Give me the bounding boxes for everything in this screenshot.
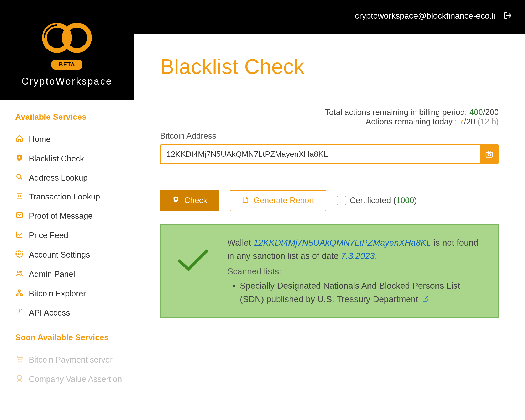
sidebar-item-label: Address Lookup — [29, 173, 88, 183]
svg-rect-17 — [17, 294, 18, 296]
svg-line-20 — [17, 293, 19, 294]
sitemap-icon — [15, 289, 24, 299]
report-button-label: Generate Report — [254, 196, 314, 205]
result-box: Wallet 12KKDt4Mj7N5UAkQMN7LtPZMayenXHa8K… — [160, 224, 499, 318]
success-check-icon — [175, 247, 212, 275]
svg-line-30 — [425, 296, 428, 299]
action-row: Check Generate Report Certificated (1000… — [160, 190, 499, 211]
svg-line-21 — [19, 293, 22, 294]
svg-point-28 — [488, 153, 491, 156]
scanned-lists-label: Scanned lists: — [227, 266, 486, 276]
sidebar-item-bitcoin-explorer[interactable]: Bitcoin Explorer — [15, 284, 127, 303]
trending-icon — [15, 230, 24, 240]
sidebar-item-label: Account Settings — [29, 250, 90, 260]
logout-icon[interactable] — [503, 11, 512, 21]
badge-icon — [15, 374, 24, 384]
svg-rect-27 — [486, 152, 493, 157]
sidebar-item-label: Price Feed — [29, 231, 68, 240]
page-title: Blacklist Check — [160, 55, 499, 79]
sidebar-item-proof-message[interactable]: Proof of Message — [15, 206, 127, 226]
quota-reset-hint: (12 h) — [475, 117, 499, 126]
quota-total-used: 400 — [469, 108, 483, 117]
search-icon — [15, 173, 24, 183]
sidebar-item-label: API Access — [29, 308, 70, 318]
scanned-list-item: Specially Designated Nationals And Block… — [240, 279, 486, 306]
scan-qr-button[interactable] — [480, 144, 499, 164]
certificated-checkbox[interactable] — [337, 196, 346, 205]
generate-report-button[interactable]: Generate Report — [230, 190, 326, 211]
logo-block: BETA CryptoWorkspace — [0, 0, 134, 100]
quota-info: Total actions remaining in billing perio… — [160, 108, 499, 127]
wallet-prefix: Wallet — [227, 238, 254, 248]
sidebar-item-blacklist[interactable]: Blacklist Check — [15, 149, 127, 169]
svg-point-26 — [18, 375, 22, 379]
sidebar-item-label: Bitcoin Explorer — [29, 289, 86, 298]
svg-point-14 — [18, 271, 20, 273]
brand-name: CryptoWorkspace — [22, 76, 112, 87]
main-content: Blacklist Check Total actions remaining … — [134, 34, 525, 420]
cert-label-post: ) — [414, 196, 417, 205]
wallet-id: 12KKDt4Mj7N5UAkQMN7LtPZMayenXHa8KL — [254, 238, 431, 248]
sidebar-item-api-access[interactable]: API Access — [15, 303, 127, 322]
check-button-label: Check — [184, 196, 207, 205]
sidebar-item-payment-server: Bitcoin Payment server — [15, 350, 127, 370]
users-icon — [15, 269, 24, 279]
sidebar-item-label: Blacklist Check — [29, 154, 84, 164]
check-button[interactable]: Check — [160, 190, 219, 211]
cert-label-pre: Certificated ( — [350, 196, 396, 205]
address-input-row — [160, 144, 499, 164]
address-label: Bitcoin Address — [160, 131, 499, 141]
user-email: cryptoworkspace@blockfinance-eco.li — [355, 11, 496, 21]
external-link-icon[interactable] — [422, 294, 429, 304]
certificated-option[interactable]: Certificated (1000) — [337, 196, 417, 205]
sidebar-item-address-lookup[interactable]: Address Lookup — [15, 169, 127, 187]
svg-line-5 — [20, 178, 22, 180]
shield-icon — [15, 154, 24, 164]
svg-point-24 — [18, 361, 19, 362]
sidebar-item-value-assertion: Company Value Assertion — [15, 370, 127, 389]
cert-count: 1000 — [396, 196, 414, 205]
sidebar-item-label: Bitcoin Payment server — [29, 355, 113, 365]
quota-total-cap: /200 — [483, 108, 499, 117]
svg-point-13 — [18, 253, 20, 255]
sidebar: BETA CryptoWorkspace Available Services … — [0, 34, 134, 420]
section-soon: Soon Available Services — [15, 333, 127, 342]
envelope-icon — [15, 211, 24, 221]
svg-rect-16 — [18, 290, 20, 291]
quota-today-cap: /20 — [464, 117, 475, 126]
sparkle-icon — [15, 308, 24, 318]
svg-point-25 — [21, 361, 22, 362]
msg-end: . — [375, 251, 377, 261]
quota-today-used: 7 — [459, 117, 464, 126]
svg-point-15 — [20, 271, 22, 273]
svg-point-23 — [17, 313, 18, 314]
home-icon — [15, 134, 24, 144]
quota-total-label: Total actions remaining in billing perio… — [325, 108, 469, 117]
svg-point-29 — [175, 198, 177, 200]
svg-rect-18 — [21, 294, 22, 296]
scanned-lists: Specially Designated Nationals And Block… — [227, 279, 486, 306]
sidebar-item-label: Admin Panel — [29, 270, 75, 279]
bitcoin-address-input[interactable] — [160, 144, 480, 164]
quota-today-label: Actions remaining today : — [366, 117, 459, 126]
top-bar-right: cryptoworkspace@blockfinance-eco.li — [355, 11, 512, 21]
result-message: Wallet 12KKDt4Mj7N5UAkQMN7LtPZMayenXHa8K… — [227, 236, 486, 262]
beta-badge: BETA — [51, 60, 82, 70]
document-icon — [242, 196, 249, 205]
svg-point-3 — [18, 156, 20, 159]
sidebar-item-label: Company Value Assertion — [29, 375, 122, 384]
receipt-icon — [15, 192, 24, 202]
sidebar-item-price-feed[interactable]: Price Feed — [15, 226, 127, 245]
sidebar-item-account-settings[interactable]: Account Settings — [15, 245, 127, 265]
sidebar-item-home[interactable]: Home — [15, 130, 127, 149]
sidebar-item-label: Home — [29, 135, 51, 144]
logo-icon — [39, 21, 95, 55]
scan-date: 7.3.2023 — [341, 251, 375, 261]
sidebar-item-admin-panel[interactable]: Admin Panel — [15, 265, 127, 284]
sidebar-item-label: Proof of Message — [29, 211, 93, 221]
svg-point-7 — [18, 195, 19, 197]
svg-point-4 — [17, 174, 21, 178]
cart-icon — [15, 355, 24, 365]
sidebar-item-transaction-lookup[interactable]: Transaction Lookup — [15, 187, 127, 206]
sidebar-item-label: Transaction Lookup — [29, 192, 100, 202]
